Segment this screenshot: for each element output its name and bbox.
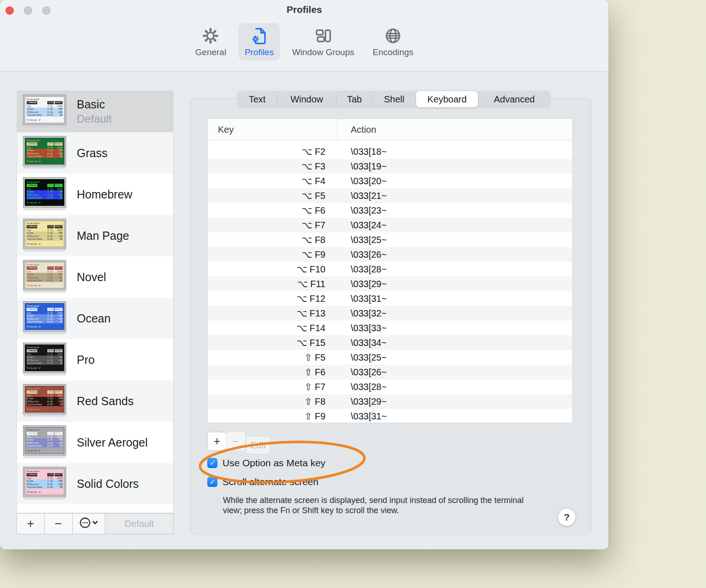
remove-key-button[interactable]: − bbox=[226, 432, 245, 451]
tab[interactable]: Window bbox=[277, 91, 336, 107]
profile-name: Homebrew bbox=[77, 188, 132, 201]
profile-name: Man Page bbox=[77, 229, 129, 243]
profile-list-item[interactable]: Terminal# COMMAND %CPU RPRVT top4.1%231K… bbox=[17, 422, 173, 463]
action-cell: \033[21~ bbox=[337, 191, 387, 201]
profile-thumbnail: Terminal# COMMAND %CPU RPRVT top4.1%231K… bbox=[23, 219, 66, 253]
table-row[interactable]: ⌥ F2 \033[18~ bbox=[208, 144, 572, 159]
thumb-header: COMMAND %CPU RPRVT bbox=[27, 184, 63, 187]
thumb-process-row: loginwindow0.0%4M bbox=[27, 320, 63, 323]
thumb-header: COMMAND %CPU RPRVT bbox=[27, 266, 63, 270]
thumb-process-row: ATSServer0.0%13M bbox=[27, 359, 63, 362]
profile-list-item[interactable]: Terminal# COMMAND %CPU RPRVT top4.1%231K… bbox=[17, 215, 173, 256]
profile-list-item[interactable]: Terminal# COMMAND %CPU RPRVT top4.1%231K… bbox=[17, 463, 173, 504]
default-profile-button[interactable]: Default bbox=[105, 513, 174, 534]
profile-thumbnail: Terminal# COMMAND %CPU RPRVT top4.1%231K… bbox=[23, 302, 66, 335]
toolbar-item-encodings[interactable]: Encodings bbox=[367, 23, 420, 61]
table-row[interactable]: ⇧ F5 \033[25~ bbox=[208, 350, 572, 365]
column-header-key[interactable]: Key bbox=[208, 119, 337, 140]
thumb-process-row: top4.1%231K bbox=[27, 146, 63, 149]
checkbox-label: Scroll alternate screen bbox=[222, 476, 319, 487]
profile-list-item[interactable]: Terminal# COMMAND %CPU RPRVT top4.1%231K… bbox=[17, 298, 173, 339]
thumb-title: Terminal# bbox=[27, 98, 63, 101]
add-profile-button[interactable]: + bbox=[17, 513, 45, 534]
table-row[interactable]: ⌥ F9 \033[26~ bbox=[208, 247, 572, 262]
thumb-process-row: loginwindow0.0%4M bbox=[27, 237, 63, 241]
action-cell: \033[34~ bbox=[337, 338, 387, 348]
thumb-process-row: Xcode1.4%78M bbox=[27, 232, 63, 235]
use-option-as-meta-key-checkbox[interactable]: ✓ bbox=[207, 458, 217, 468]
terminal-preview: Terminal# COMMAND %CPU RPRVT top4.1%231K… bbox=[23, 467, 66, 497]
thumb-reflection bbox=[23, 249, 66, 253]
tab[interactable]: Shell bbox=[372, 91, 416, 107]
profile-list: Terminal# COMMAND %CPU RPRVT top4.1%231K… bbox=[17, 90, 174, 513]
table-row[interactable]: ⌥ F14 \033[33~ bbox=[208, 321, 572, 335]
thumb-header: COMMAND %CPU RPRVT bbox=[27, 101, 63, 104]
thumb-reflection bbox=[23, 415, 66, 418]
column-header-action[interactable]: Action bbox=[337, 119, 376, 140]
edit-key-button[interactable]: Edit bbox=[246, 436, 270, 454]
toolbar-item-window-groups[interactable]: Window Groups bbox=[286, 23, 360, 61]
table-row[interactable]: ⌥ F5 \033[21~ bbox=[208, 188, 572, 203]
table-row[interactable]: ⌥ F11 \033[29~ bbox=[208, 277, 572, 291]
profile-list-item[interactable]: Terminal# COMMAND %CPU RPRVT top4.1%231K… bbox=[17, 132, 173, 174]
table-row[interactable]: ⌥ F4 \033[20~ bbox=[208, 174, 572, 188]
table-row[interactable]: ⌥ F6 \033[23~ bbox=[208, 203, 572, 218]
table-row[interactable]: ⌥ F3 \033[19~ bbox=[208, 159, 572, 174]
profile-thumbnail: Terminal# COMMAND %CPU RPRVT top4.1%231K… bbox=[23, 95, 66, 129]
table-row[interactable]: ⌥ F8 \033[25~ bbox=[208, 232, 572, 247]
table-row[interactable]: ⌥ F10 \033[28~ bbox=[208, 262, 572, 277]
action-cell: \033[25~ bbox=[337, 352, 387, 363]
profile-thumbnail: Terminal# COMMAND %CPU RPRVT top4.1%231K… bbox=[23, 467, 66, 501]
profile-list-item[interactable]: Terminal# COMMAND %CPU RPRVT top4.1%231K… bbox=[17, 91, 173, 132]
gear-icon bbox=[201, 27, 220, 45]
thumb-title: Terminal# bbox=[27, 346, 63, 349]
help-button[interactable]: ? bbox=[558, 509, 575, 526]
action-cell: \033[26~ bbox=[337, 367, 387, 378]
table-row[interactable]: ⌥ F13 \033[32~ bbox=[208, 306, 572, 321]
table-header: Key Action bbox=[208, 119, 572, 141]
table-row[interactable]: ⇧ F7 \033[28~ bbox=[208, 379, 572, 394]
thumb-process-row: Xcode1.4%78M bbox=[27, 107, 63, 111]
table-row[interactable]: ⌥ F12 \033[31~ bbox=[208, 291, 572, 306]
action-cell: \033[29~ bbox=[337, 279, 387, 289]
thumb-process-row: loginwindow0.0%4M bbox=[27, 486, 63, 489]
preferences-toolbar: General bbox=[0, 23, 609, 61]
profile-list-item[interactable]: Terminal# COMMAND %CPU RPRVT top4.1%231K… bbox=[17, 174, 173, 215]
tab[interactable]: Text bbox=[237, 91, 277, 107]
table-row[interactable]: ⌥ F7 \033[24~ bbox=[208, 218, 572, 232]
thumb-process-row: Xcode1.4%78M bbox=[27, 397, 63, 400]
thumb-reflection bbox=[23, 167, 66, 170]
table-row[interactable]: ⇧ F6 \033[26~ bbox=[208, 365, 572, 379]
preferences-window: Profiles General bbox=[0, 0, 609, 549]
action-cell: \033[31~ bbox=[337, 411, 387, 422]
table-row[interactable]: ⌥ F15 \033[34~ bbox=[208, 335, 572, 350]
profile-texts: Man Page bbox=[77, 229, 129, 243]
thumb-process-row: top4.1%231K bbox=[27, 229, 63, 232]
table-row[interactable]: ⇧ F8 \033[29~ bbox=[208, 394, 572, 409]
tab[interactable]: Keyboard bbox=[416, 91, 478, 107]
toolbar-item-label: Profiles bbox=[245, 47, 273, 57]
tab[interactable]: Advanced bbox=[478, 91, 551, 107]
toolbar-item-general[interactable]: General bbox=[189, 23, 233, 61]
action-cell: \033[28~ bbox=[337, 264, 387, 275]
profile-actions-menu-button[interactable] bbox=[72, 513, 105, 534]
tab[interactable]: Tab bbox=[336, 91, 372, 107]
profile-list-item[interactable]: Terminal# COMMAND %CPU RPRVT top4.1%231K… bbox=[17, 380, 173, 422]
terminal-preview: Terminal# COMMAND %CPU RPRVT top4.1%231K… bbox=[23, 384, 66, 414]
add-key-button[interactable]: + bbox=[207, 432, 227, 451]
scroll-alternate-screen-checkbox[interactable]: ✓ bbox=[207, 477, 217, 487]
profile-thumbnail: Terminal# COMMAND %CPU RPRVT top4.1%231K… bbox=[23, 426, 66, 459]
globe-icon bbox=[384, 27, 402, 45]
checkbox-label: Use Option as Meta key bbox=[222, 458, 325, 469]
key-cell: ⌥ F4 bbox=[208, 175, 337, 187]
terminal-preview: Terminal# COMMAND %CPU RPRVT top4.1%231K… bbox=[23, 260, 66, 290]
thumb-process-row: ATSServer0.0%13M bbox=[27, 317, 63, 321]
profile-name: Novel bbox=[77, 271, 106, 284]
toolbar-item-profiles[interactable]: Profiles bbox=[239, 23, 279, 61]
key-cell: ⌥ F11 bbox=[208, 278, 337, 289]
profile-list-item[interactable]: Terminal# COMMAND %CPU RPRVT top4.1%231K… bbox=[17, 339, 173, 380]
profile-list-item[interactable]: Terminal# COMMAND %CPU RPRVT top4.1%231K… bbox=[17, 256, 173, 298]
remove-profile-button[interactable]: − bbox=[44, 513, 73, 534]
table-row[interactable]: ⇧ F9 \033[31~ bbox=[208, 409, 572, 423]
action-cell: \033[29~ bbox=[337, 396, 387, 407]
